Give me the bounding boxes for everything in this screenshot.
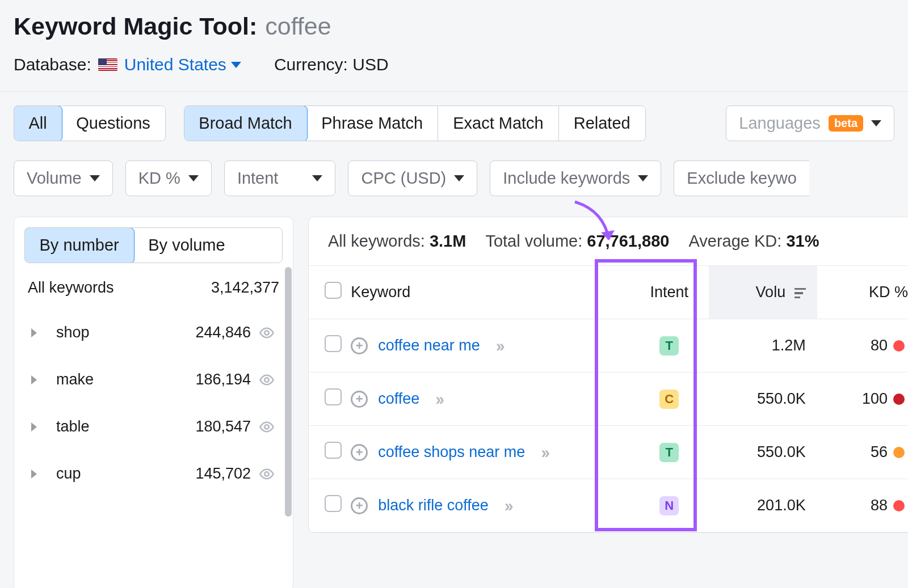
chevron-right-icon bbox=[31, 375, 37, 384]
group-name: table bbox=[56, 418, 187, 435]
table-row: +black rifle coffee››N201.0K88 bbox=[309, 479, 908, 532]
group-name: cup bbox=[56, 465, 187, 483]
database-value: United States bbox=[124, 55, 226, 74]
table-row: +coffee near me››T1.2M80 bbox=[309, 319, 908, 373]
summary-total-volume: 67,761,880 bbox=[587, 232, 669, 250]
page-title-label: Keyword Magic Tool: bbox=[14, 12, 257, 40]
kd-value: 56 bbox=[871, 443, 888, 461]
sidebar-item[interactable]: make186,194 bbox=[14, 356, 293, 403]
chevron-down-icon bbox=[454, 175, 464, 181]
filter-kd[interactable]: KD % bbox=[125, 160, 212, 196]
col-kd[interactable]: KD % bbox=[817, 266, 908, 319]
summary-avg-kd: 31% bbox=[786, 232, 819, 250]
tab-phrase-match[interactable]: Phrase Match bbox=[306, 106, 438, 141]
col-volume[interactable]: Volu bbox=[709, 266, 817, 319]
add-keyword-icon[interactable]: + bbox=[351, 497, 368, 514]
filter-cpc[interactable]: CPC (USD) bbox=[348, 160, 477, 196]
svg-point-2 bbox=[264, 425, 268, 429]
kd-value: 80 bbox=[871, 337, 888, 354]
chevron-right-icon bbox=[31, 328, 37, 337]
volume-cell: 550.0K bbox=[709, 373, 817, 426]
add-keyword-icon[interactable]: + bbox=[351, 391, 368, 408]
tab-questions[interactable]: Questions bbox=[61, 106, 165, 141]
sidebar-item[interactable]: table180,547 bbox=[14, 403, 293, 450]
sidebar-item[interactable]: cup145,702 bbox=[14, 450, 293, 497]
us-flag-icon bbox=[98, 58, 117, 71]
languages-dropdown[interactable]: Languages beta bbox=[726, 105, 894, 141]
table-row: +coffee shops near me››T550.0K56 bbox=[309, 426, 908, 479]
sort-by-number[interactable]: By number bbox=[24, 227, 134, 263]
tab-related[interactable]: Related bbox=[559, 106, 645, 141]
kd-dot-icon bbox=[893, 447, 905, 458]
intent-badge: C bbox=[659, 390, 679, 409]
keyword-groups-sidebar: By number By volume All keywords 3,142,3… bbox=[14, 217, 293, 588]
sort-by-volume[interactable]: By volume bbox=[133, 228, 239, 263]
volume-cell: 550.0K bbox=[709, 426, 817, 479]
svg-point-3 bbox=[264, 472, 268, 476]
group-name: make bbox=[56, 371, 187, 388]
open-keyword-icon[interactable]: ›› bbox=[496, 336, 503, 356]
row-checkbox[interactable] bbox=[325, 495, 342, 512]
add-keyword-icon[interactable]: + bbox=[351, 337, 368, 354]
select-all-checkbox[interactable] bbox=[325, 282, 342, 299]
kd-value: 100 bbox=[862, 390, 888, 408]
page-title-value: coffee bbox=[265, 12, 331, 40]
eye-icon[interactable] bbox=[259, 372, 279, 388]
volume-cell: 1.2M bbox=[709, 319, 817, 373]
keyword-link[interactable]: coffee near me bbox=[378, 337, 480, 354]
col-intent[interactable]: Intent bbox=[629, 266, 709, 319]
open-keyword-icon[interactable]: ›› bbox=[541, 443, 548, 462]
scrollbar-thumb[interactable] bbox=[285, 267, 292, 517]
kd-dot-icon bbox=[893, 500, 905, 511]
toolbar-row-1: All Questions Broad Match Phrase Match E… bbox=[0, 92, 908, 141]
chevron-right-icon bbox=[31, 469, 37, 479]
chevron-down-icon bbox=[188, 175, 199, 181]
group-count: 186,194 bbox=[195, 371, 251, 388]
sidebar-item[interactable]: shop244,846 bbox=[14, 309, 293, 356]
group-count: 145,702 bbox=[195, 465, 251, 483]
eye-icon[interactable] bbox=[259, 325, 279, 341]
row-checkbox[interactable] bbox=[325, 335, 342, 352]
all-questions-segment: All Questions bbox=[14, 105, 166, 141]
chevron-down-icon bbox=[871, 120, 881, 126]
filter-volume[interactable]: Volume bbox=[14, 160, 113, 196]
keyword-link[interactable]: black rifle coffee bbox=[378, 497, 489, 514]
filter-intent[interactable]: Intent bbox=[224, 160, 336, 196]
tab-exact-match[interactable]: Exact Match bbox=[438, 106, 559, 141]
group-count: 244,846 bbox=[195, 324, 251, 341]
filter-include[interactable]: Include keywords bbox=[490, 160, 661, 196]
all-keywords-label: All keywords bbox=[28, 279, 114, 297]
summary-bar: All keywords: 3.1M Total volume: 67,761,… bbox=[309, 217, 908, 265]
database-label: Database: bbox=[14, 55, 91, 74]
open-keyword-icon[interactable]: ›› bbox=[435, 390, 442, 409]
database-selector[interactable]: Database: United States bbox=[14, 55, 241, 74]
chevron-right-icon bbox=[31, 422, 37, 432]
eye-icon[interactable] bbox=[259, 419, 279, 435]
eye-icon[interactable] bbox=[259, 466, 279, 482]
keyword-link[interactable]: coffee shops near me bbox=[378, 443, 525, 461]
group-name: shop bbox=[56, 324, 187, 341]
keyword-table: Keyword Intent Volu KD % +coffee near me… bbox=[309, 265, 908, 532]
kd-dot-icon bbox=[893, 394, 905, 405]
toolbar-row-filters: Volume KD % Intent CPC (USD) Include key… bbox=[0, 141, 908, 208]
results-panel: All keywords: 3.1M Total volume: 67,761,… bbox=[308, 217, 908, 533]
page-header: Keyword Magic Tool: coffee Database: Uni… bbox=[0, 0, 908, 92]
volume-cell: 201.0K bbox=[709, 479, 817, 532]
table-row: +coffee››C550.0K100 bbox=[309, 373, 908, 426]
group-count: 180,547 bbox=[195, 418, 251, 435]
tab-all[interactable]: All bbox=[14, 105, 62, 141]
col-keyword[interactable]: Keyword bbox=[351, 266, 629, 319]
row-checkbox[interactable] bbox=[325, 442, 342, 459]
add-keyword-icon[interactable]: + bbox=[351, 444, 368, 461]
summary-all-keywords: 3.1M bbox=[430, 232, 466, 250]
filter-exclude[interactable]: Exclude keywo bbox=[674, 160, 809, 196]
currency-label: Currency: USD bbox=[274, 55, 389, 74]
chevron-down-icon bbox=[312, 175, 322, 181]
tab-broad-match[interactable]: Broad Match bbox=[184, 105, 308, 141]
open-keyword-icon[interactable]: ›› bbox=[505, 496, 511, 515]
match-type-segment: Broad Match Phrase Match Exact Match Rel… bbox=[184, 105, 646, 141]
kd-value: 88 bbox=[871, 497, 888, 514]
intent-badge: T bbox=[659, 336, 679, 356]
row-checkbox[interactable] bbox=[325, 388, 342, 405]
keyword-link[interactable]: coffee bbox=[378, 390, 419, 408]
